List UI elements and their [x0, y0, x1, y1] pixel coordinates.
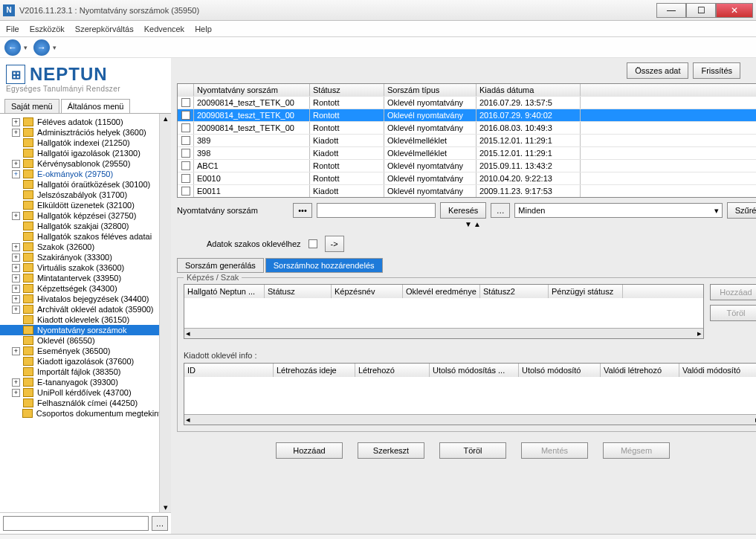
minimize-button[interactable]: — — [656, 3, 686, 18]
tree-item[interactable]: +Féléves adatok (11500) — [0, 117, 171, 127]
tree-item[interactable]: +Mintatantervek (33950) — [0, 273, 171, 283]
grid-row[interactable]: E0011KiadottOklevél nyomtatvány2009.11.2… — [178, 184, 756, 197]
logo-subtitle: Egységes Tanulmányi Rendszer — [6, 85, 165, 93]
delete-button[interactable]: Töröl — [439, 442, 506, 459]
nav-forward-dropdown[interactable]: ▾ — [53, 44, 56, 51]
col-tipus[interactable]: Sorszám típus — [384, 84, 476, 96]
tree-item[interactable]: Hallgatók szakjai (32800) — [0, 221, 171, 231]
tab-own-menu[interactable]: Saját menü — [4, 99, 59, 113]
logo-text: NEPTUN — [30, 64, 108, 85]
save-button[interactable]: Mentés — [521, 442, 588, 459]
tree-item[interactable]: Nyomtatvány sorszámok — [0, 325, 171, 335]
tree-item[interactable]: Hallgatói igazolások (21300) — [0, 148, 171, 158]
menubar: File Eszközök Szerepkörváltás Kedvencek … — [0, 21, 756, 37]
grid-row[interactable]: E0010RontottOklevél nyomtatvány2010.04.2… — [178, 172, 756, 184]
tree-item[interactable]: Jelszószabályok (31700) — [0, 190, 171, 200]
grid-row[interactable]: 398KiadottOklevélmelléklet2015.12.01. 11… — [178, 146, 756, 159]
tree-item[interactable]: Hallgatói óraütközések (30100) — [0, 179, 171, 190]
grid-row[interactable]: ABC1RontottOklevél nyomtatvány2015.09.11… — [178, 159, 756, 172]
info-grid-header: ID Létrehozás ideje Létrehozó Utolsó mód… — [184, 364, 756, 377]
col-sorszam[interactable]: Nyomtatvány sorszám — [194, 84, 310, 96]
menu-file[interactable]: File — [6, 25, 19, 33]
tree-item[interactable]: Importált fájlok (38350) — [0, 367, 171, 377]
tree-item[interactable]: +Hivatalos bejegyzések (34400) — [0, 294, 171, 304]
grid-row[interactable]: 389KiadottOklevélmelléklet2015.12.01. 11… — [178, 134, 756, 146]
add-button[interactable]: Hozzáad — [276, 442, 343, 459]
tree-item[interactable]: +Adminisztrációs helyek (3600) — [0, 127, 171, 138]
tree-search-button[interactable]: … — [152, 516, 168, 531]
search-label: Nyomtatvány sorszám — [177, 206, 288, 215]
tree-item[interactable]: Felhasználók címei (44250) — [0, 398, 171, 408]
grid-row[interactable]: 20090814_teszt_TETK_00RontottOklevél nyo… — [178, 96, 756, 109]
tree-item[interactable]: Csoportos dokumentum megtekintés — [0, 408, 171, 419]
group-title: Képzés / Szak — [184, 273, 242, 282]
edit-button[interactable]: Szerkeszt — [358, 442, 424, 459]
tab-general-menu[interactable]: Általános menü — [61, 99, 131, 113]
adat-arrow-button[interactable]: -> — [325, 236, 344, 252]
tree-item[interactable]: +Szakirányok (33300) — [0, 252, 171, 262]
tree-item[interactable]: +Kérvénysablonok (29550) — [0, 158, 171, 169]
inner-grid-header: Hallgató Neptun ... Státusz Képzésnév Ok… — [184, 285, 703, 298]
tree-item[interactable]: +Képzettségek (34300) — [0, 283, 171, 294]
tree-item[interactable]: Elküldött üzenetek (32100) — [0, 200, 171, 210]
filter-select[interactable]: Minden▾ — [514, 203, 722, 218]
tree-item[interactable]: +Hallgatók képzései (32750) — [0, 210, 171, 221]
tree-item[interactable]: +UniPoll kérdőívek (43700) — [0, 387, 171, 398]
grid-header: Nyomtatvány sorszám Státusz Sorszám típu… — [178, 84, 756, 96]
filter-button[interactable]: Szűrés — [727, 202, 756, 219]
group-del-button[interactable]: Töröl — [710, 305, 756, 321]
group-add-button[interactable]: Hozzáad — [710, 284, 756, 300]
menu-help[interactable]: Help — [195, 25, 212, 33]
tree-scrollbar[interactable]: ▴▾ — [159, 114, 171, 512]
search-more-button[interactable]: … — [491, 203, 510, 218]
logo-icon: ⊞ — [6, 65, 25, 84]
tree-item[interactable]: +E-okmányok (29750) — [0, 169, 171, 179]
tab-assign[interactable]: Sorszámhoz hozzárendelés — [265, 258, 383, 273]
tree-item[interactable]: +E-tananyagok (39300) — [0, 377, 171, 387]
menu-tools[interactable]: Eszközök — [30, 25, 65, 33]
refresh-button[interactable]: Frissítés — [693, 62, 740, 79]
col-datum[interactable]: Kiadás dátuma — [476, 84, 581, 96]
tree-item[interactable]: Hallgatók indexei (21250) — [0, 138, 171, 148]
tree-item[interactable]: Oklevél (86550) — [0, 335, 171, 346]
tab-generate[interactable]: Sorszám generálás — [177, 258, 264, 273]
adat-checkbox[interactable] — [308, 239, 317, 248]
cancel-button[interactable]: Mégsem — [603, 442, 670, 459]
nav-back-dropdown[interactable]: ▾ — [24, 44, 28, 51]
grid-row[interactable]: 20090814_teszt_TETK_00RontottOklevél nyo… — [178, 121, 756, 134]
tree-item[interactable]: +Szakok (32600) — [0, 242, 171, 252]
all-data-button[interactable]: Összes adat — [627, 62, 688, 79]
grid-row[interactable]: 20090814_teszt_TETK_00RontottOklevél nyo… — [178, 109, 756, 121]
tree-view[interactable]: ▴▾ +Féléves adatok (11500)+Adminisztráci… — [0, 114, 171, 512]
tree-item[interactable]: Kiadott oklevelek (36150) — [0, 314, 171, 325]
search-button[interactable]: Keresés — [440, 202, 486, 219]
info-grid-hscroll[interactable]: ◂▸ — [184, 414, 756, 425]
collapse-down-icon[interactable]: ▼ — [465, 220, 472, 228]
inner-grid-hscroll[interactable]: ◂▸ — [184, 328, 703, 338]
tree-search-input[interactable] — [3, 516, 149, 531]
menu-fav[interactable]: Kedvencek — [144, 25, 184, 33]
info-label: Kiadott oklevél info : — [184, 351, 756, 360]
nav-forward-button[interactable]: → — [33, 39, 50, 56]
adat-label: Adatok szakos oklevélhez — [207, 239, 301, 248]
col-statusz[interactable]: Státusz — [310, 84, 384, 96]
app-icon: N — [3, 4, 15, 16]
tree-item[interactable]: +Archivált oklevél adatok (35900) — [0, 304, 171, 314]
close-button[interactable]: ✕ — [716, 3, 753, 18]
maximize-button[interactable]: ☐ — [686, 3, 716, 18]
tree-item[interactable]: +Virtuális szakok (33600) — [0, 262, 171, 273]
window-title: V2016.11.23.1 : Nyomtatvány sorszámok (3… — [19, 6, 656, 15]
search-input[interactable] — [317, 203, 436, 218]
tree-item[interactable]: Hallgatók szakos féléves adatai — [0, 231, 171, 242]
nav-back-button[interactable]: ← — [4, 39, 21, 56]
collapse-up-icon[interactable]: ▲ — [474, 220, 481, 228]
search-options-button[interactable]: ••• — [293, 203, 312, 218]
tree-item[interactable]: Kiadott igazolások (37600) — [0, 356, 171, 367]
menu-role[interactable]: Szerepkörváltás — [75, 25, 134, 33]
tree-item[interactable]: +Események (36500) — [0, 346, 171, 356]
